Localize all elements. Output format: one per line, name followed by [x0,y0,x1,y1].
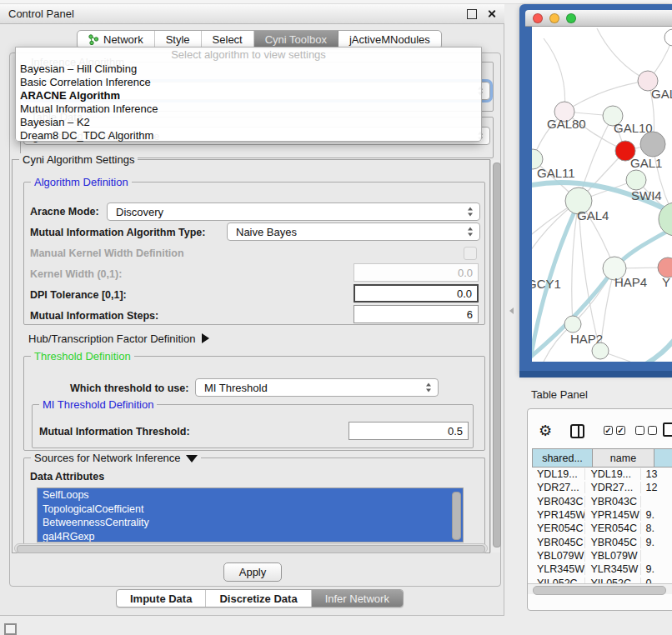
table-row[interactable]: YDR27...YDR27...12 [532,481,672,494]
network-node-label: GAL1 [630,156,662,170]
manual-kernel-label: Manual Kernel Width Definition [30,248,184,259]
tab-network[interactable]: Network [78,31,155,48]
network-node-label: GAL [651,87,672,101]
algorithm-option[interactable]: ARACNE Algorithm [16,89,481,102]
network-edge [579,201,600,351]
kernel-width-input[interactable]: 0.0 [354,263,479,282]
network-node[interactable] [640,132,665,157]
table-cell: YDR27... [532,482,585,493]
aracne-mode-combobox[interactable]: Discovery [107,202,480,221]
splitter-handle-icon[interactable] [509,308,514,314]
column-header[interactable]: shared... [533,449,593,467]
hub-definition-toggle[interactable]: Hub/Transcription Factor Definition [28,332,209,345]
table-row[interactable]: YER054CYER054C8. [532,522,672,535]
table-row[interactable]: YBL079WYBL079W [532,549,672,562]
vertical-scrollbar[interactable] [490,160,500,552]
group-title: Algorithm Definition [31,176,132,188]
network-window-titlebar[interactable] [525,10,672,27]
tab-style[interactable]: Style [155,31,202,48]
which-threshold-combobox[interactable]: MI Threshold [195,378,439,397]
tab-cyni-toolbox[interactable]: Cyni Toolbox [254,31,339,48]
algorithm-option[interactable]: Bayesian – K2 [16,116,481,129]
mi-steps-label: Mutual Information Steps: [30,310,158,322]
manual-kernel-checkbox[interactable] [464,247,477,260]
network-canvas[interactable]: GALGAL80GAL10GAL1GAL11SWI4GAL4GCY1HAP4YH… [532,27,672,362]
table-cell: 9. [641,509,672,521]
kernel-width-label: Kernel Width (0,1): [30,268,122,280]
table-row[interactable]: YBR045CYBR045C9. [532,535,672,548]
deselect-all-checkbox-icon[interactable] [648,426,657,435]
scrollbar-thumb[interactable] [533,586,666,595]
minimize-traffic-light[interactable] [549,13,559,23]
table-settings-gear-icon[interactable]: ⚙ [539,423,552,438]
data-attributes-list[interactable]: SelfLoopsTopologicalCoefficientBetweenne… [37,488,464,542]
network-edge-highlighted [647,338,672,362]
table-row[interactable]: YLR345WYLR345W9. [532,562,672,576]
scrollbar-thumb[interactable] [493,162,501,548]
list-scrollbar-thumb[interactable] [452,492,461,540]
which-threshold-label: Which threshold to use: [70,382,188,394]
data-attribute-item[interactable]: SelfLoops [38,488,463,502]
data-attributes-label: Data Attributes [30,471,104,482]
algorithm-option[interactable]: Bayesian – Hill Climbing [16,62,481,76]
algorithm-option[interactable]: Dream8 DC_TDC Algorithm [16,129,481,142]
zoom-traffic-light[interactable] [566,13,576,23]
data-attribute-item[interactable]: TopologicalCoefficient [38,502,463,517]
network-node[interactable] [592,342,609,359]
column-header[interactable]: name [593,449,654,467]
algorithm-option[interactable]: Basic Correlation Inference [16,76,481,89]
float-window-icon[interactable] [467,9,477,19]
tab-impute-data[interactable]: Impute Data [117,590,206,607]
apply-button[interactable]: Apply [223,562,282,582]
table-panel-title: Table Panel [531,388,588,401]
application-root: Control Panel Network Style Select Cyni … [0,0,672,635]
network-edge [564,81,648,112]
table-row[interactable]: YDL19...YDL19...13 [532,468,672,481]
minimized-panel-icon[interactable] [4,623,17,635]
table-cell: 9. [641,563,672,575]
scrollbar-thumb[interactable] [17,545,485,553]
horizontal-scrollbar[interactable] [14,543,488,553]
table-cell: YPR145W [532,509,585,521]
network-window-frame-bottom [519,371,672,378]
tab-infer-network[interactable]: Infer Network [312,590,403,607]
network-node-SWI4[interactable] [626,170,646,190]
mi-algorithm-type-combobox[interactable]: Naive Bayes [227,222,480,241]
tab-label: Cyni Toolbox [265,33,327,46]
algorithm-option[interactable]: Mutual Information Inference [16,102,481,116]
new-column-icon[interactable] [663,422,672,437]
deselect-all-checkbox-icon[interactable] [635,426,644,435]
table-cell: YBL079W [532,550,585,562]
table-row[interactable]: YPR145WYPR145W9. [532,508,672,522]
network-node-HAP2[interactable] [564,316,581,332]
network-node-label: GAL80 [547,117,586,131]
table-row[interactable]: YBR043CYBR043C [532,495,672,508]
mi-threshold-input[interactable]: 0.5 [349,422,469,440]
column-header[interactable] [654,449,672,467]
network-edge [544,38,565,112]
tab-discretize-data[interactable]: Discretize Data [206,590,311,607]
tab-jactivemnodules[interactable]: jActiveMNodules [339,31,441,48]
column-layout-icon[interactable] [570,424,584,438]
network-node-label: GAL11 [537,166,575,180]
network-node[interactable] [664,29,672,46]
close-traffic-light[interactable] [533,13,543,23]
dpi-tolerance-input[interactable]: 0.0 [354,284,479,302]
select-all-checkbox-icon[interactable] [616,426,625,435]
table-cell: YIL052C [532,578,585,583]
close-icon[interactable] [487,9,496,18]
table-row[interactable]: YIL052CYIL052C0. [532,576,672,583]
table-horizontal-scrollbar[interactable] [528,583,672,594]
table-cell: YBL079W [585,550,640,562]
data-attribute-item[interactable]: BetweennessCentrality [38,516,463,530]
table-cell: YBR043C [532,496,585,508]
data-attribute-item[interactable]: gal4RGexp [38,530,463,543]
tab-select[interactable]: Select [202,31,254,48]
table-cell: YDR27... [585,482,640,493]
table-cell: YER054C [532,522,585,534]
table-cell: YLR345W [532,563,585,575]
select-all-checkbox-icon[interactable] [604,426,613,435]
mi-type-label: Mutual Information Algorithm Type: [30,227,205,238]
mi-steps-input[interactable]: 6 [354,305,479,323]
combo-value: Naive Bayes [236,226,297,238]
